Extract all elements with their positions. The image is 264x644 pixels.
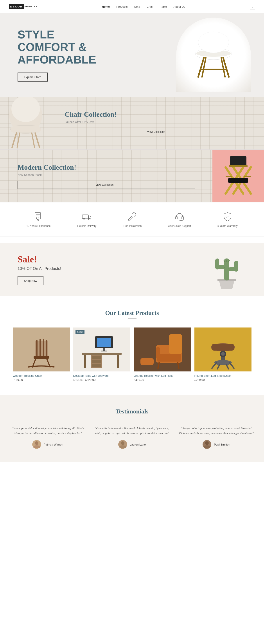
chair-collection-subtitle: Launch Offer 15% Off!! [65,120,251,124]
svg-line-29 [38,220,39,221]
product-price: £229.00 [194,378,252,382]
nav-sofa[interactable]: Sofa [134,5,140,8]
svg-line-15 [32,133,34,147]
feature-delivery: Flexible Delivery [77,211,96,228]
svg-line-14 [17,133,20,147]
shop-now-button[interactable]: Shop Now [17,276,43,285]
wrench-icon [127,211,137,222]
chair-svg [183,31,244,92]
chair-collection-image [0,97,52,150]
modern-collection-row: Modern Collection! New Season Stock View… [0,150,264,202]
shield-icon [222,211,233,222]
avatar [203,440,211,449]
products-grid: Wooden Rocking Chair £169.00 Sale! [9,328,255,382]
svg-rect-33 [82,215,88,219]
sale-section: Sale! 10% Off On All Products! Shop Now [0,243,264,296]
fancy-chair-svg [0,97,52,150]
product-image: Sale! [73,328,130,372]
product-name: Orange Recliner with Leg Rest [134,374,191,378]
hero-title: STYLE COMFORT & AFFORDABLE [17,28,96,66]
testimonial-card: "Lorem ipsum dolor sit amet, consectetur… [9,426,87,449]
brand-logo[interactable]: DECOR BY•MILLER [9,4,37,9]
testimonial-card: "Convallis lacinia optio! Hac morbi labo… [93,426,171,449]
modern-collection-button[interactable]: View Collection → [17,181,195,189]
svg-rect-74 [169,334,182,354]
feature-support-label: After Sales Support [168,224,191,228]
author-name: Paul Smitten [214,443,230,446]
svg-rect-72 [140,358,154,365]
sale-title: Sale! [17,254,61,265]
author-name: Patricia Warren [44,443,63,446]
product-card[interactable]: Wooden Rocking Chair £169.00 [13,328,70,382]
feature-warranty: 5 Years Warranty [218,211,238,228]
svg-rect-69 [84,355,86,368]
svg-point-91 [121,441,125,445]
svg-line-28 [37,220,38,221]
product-name: Wooden Rocking Chair [13,374,70,378]
modern-collection-info: Modern Collection! New Season Stock View… [0,150,212,202]
navbar: DECOR BY•MILLER Home Products Sofa Chair… [0,0,264,13]
testimonials-grid: "Lorem ipsum dolor sit amet, consectetur… [9,426,255,449]
svg-rect-23 [229,165,248,167]
feature-support: After Sales Support [168,211,191,228]
svg-rect-76 [156,347,160,358]
svg-rect-25 [244,176,251,177]
stool-svg [194,328,252,372]
testimonials-divider [128,417,136,417]
cart-icon[interactable]: 0 [250,4,255,10]
svg-point-9 [11,97,40,122]
logo-by: BY•MILLER [24,6,37,8]
features-bar: 10 Years Experience Flexible Delivery Fr… [0,202,264,236]
chair-collection-button[interactable]: View Collection → [65,128,251,136]
products-title: Our Latest Products [9,310,255,316]
explore-store-button[interactable]: Explore Store [17,72,48,82]
svg-rect-64 [82,353,122,355]
feature-installation: Free Installation [123,211,141,228]
feature-warranty-label: 5 Years Warranty [218,224,238,228]
nav-home[interactable]: Home [102,5,110,8]
chair-collection-title: Chair Collection! [65,110,251,118]
feature-installation-label: Free Installation [123,224,141,228]
svg-point-92 [205,441,209,445]
author-name: Lauren Lane [130,443,146,446]
avatar [118,440,127,449]
svg-rect-66 [92,356,101,359]
product-card[interactable]: Round Short Leg Stool/Chair £229.00 [194,328,252,382]
product-price: £169.00 [13,378,70,382]
svg-rect-24 [226,176,232,177]
feature-delivery-label: Flexible Delivery [77,224,96,228]
svg-rect-37 [182,216,183,219]
chair-collection-row: Chair Collection! Launch Offer 15% Off!!… [0,97,264,150]
hero-chair-image [176,18,251,92]
chair-collection-info: Chair Collection! Launch Offer 15% Off!!… [52,97,264,150]
testimonials-title: Testimonials [9,408,255,415]
product-old-price: £565.00 [73,378,84,382]
nav-products[interactable]: Products [116,5,128,8]
nav-table[interactable]: Table [160,5,167,8]
rocking-chair-svg [13,328,70,372]
nav-chair[interactable]: Chair [146,5,153,8]
certificate-icon [33,211,44,222]
product-card[interactable]: Sale! [73,328,130,382]
svg-rect-61 [97,338,111,347]
svg-rect-11 [11,126,41,132]
product-card[interactable]: Orange Recliner with Leg Rest £419.00 [134,328,191,382]
svg-rect-70 [117,355,119,368]
testimonial-text: "Convallis lacinia optio! Hac morbi labo… [93,426,171,436]
svg-point-2 [198,32,229,53]
products-section: Our Latest Products [0,296,264,395]
svg-rect-62 [103,348,105,350]
cactus-svg [207,245,247,294]
product-price: £419.00 [134,378,191,382]
headset-icon [174,211,185,222]
truck-icon [81,211,92,222]
hero-section: STYLE COMFORT & AFFORDABLE Explore Store [0,13,264,97]
logo-decor: DECOR [9,4,24,9]
svg-rect-36 [176,216,177,219]
svg-point-90 [35,441,38,445]
cactus-image [207,245,247,289]
nav-about[interactable]: About Us [173,5,185,8]
modern-collection-subtitle: New Season Stock [17,173,195,176]
product-image [194,328,252,372]
products-divider [128,318,136,319]
